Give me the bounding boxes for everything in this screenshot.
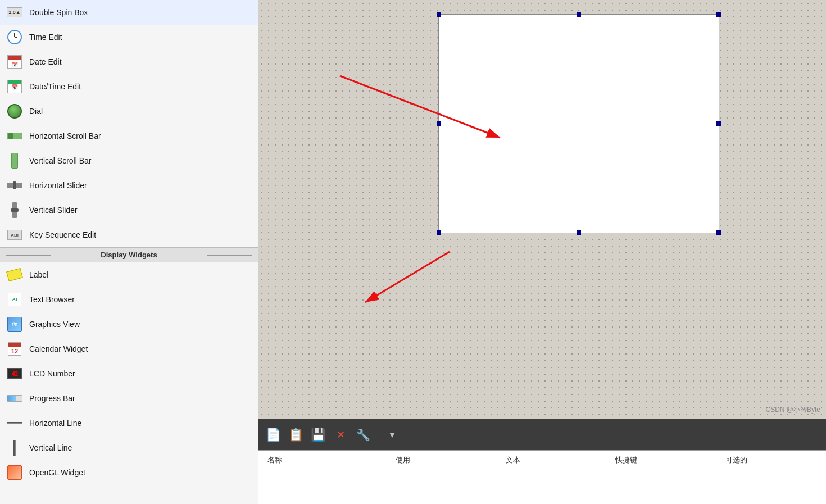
col-shortcut: 快捷键 [606,454,716,466]
close-button[interactable]: ✕ [330,425,351,445]
sidebar-item-vertical-slider[interactable]: Vertical Slider [0,198,258,223]
sidebar-item-opengl-widget[interactable]: OpenGL Widget [0,460,258,485]
double-spin-box-icon: 1.0▲ [6,3,24,21]
handle-mr[interactable] [716,121,721,126]
sidebar-item-double-spin-box[interactable]: 1.0▲ Double Spin Box [0,0,258,25]
bottom-toolbar: 📄 📋 💾 ✕ 🔧 ▼ [258,419,826,450]
vertical-line-icon [6,439,24,457]
dial-icon [6,102,24,120]
sidebar-item-vertical-scroll-bar[interactable]: Vertical Scroll Bar [0,148,258,173]
time-edit-label: Time Edit [29,33,62,42]
time-edit-icon [6,28,24,46]
text-browser-label: Text Browser [29,295,75,304]
graphics-view-icon: 🗺 [6,315,24,333]
col-use: 使用 [387,454,496,466]
handle-bm[interactable] [577,230,581,235]
horizontal-scroll-bar-label: Horizontal Scroll Bar [29,131,101,140]
new-button[interactable]: 📄 [263,425,283,445]
sidebar-item-graphics-view[interactable]: 🗺 Graphics View [0,312,258,337]
label-icon [6,266,24,284]
calendar-widget-icon: 12 [6,340,24,358]
handle-ml[interactable] [437,121,441,126]
double-spin-box-label: Double Spin Box [29,8,88,17]
progress-bar-label: Progress Bar [29,394,75,403]
dial-label: Dial [29,107,43,116]
graphics-view-label: Graphics View [29,320,80,329]
vertical-slider-icon [6,201,24,219]
vertical-line-label: Vertical Line [29,443,72,452]
horizontal-slider-icon [6,176,24,194]
key-sequence-edit-label: Key Sequence Edit [29,230,96,239]
date-edit-icon: 📅 [6,53,24,71]
selected-widget[interactable] [438,14,719,233]
sidebar-item-date-edit[interactable]: 📅 Date Edit [0,49,258,74]
sidebar-item-label[interactable]: Label [0,262,258,287]
sidebar-item-key-sequence-edit[interactable]: ABI Key Sequence Edit [0,223,258,247]
sidebar-item-time-edit[interactable]: Time Edit [0,25,258,49]
display-widgets-section: Display Widgets [0,247,258,262]
canvas-area[interactable]: CSDN @小智Byte [258,0,826,419]
col-text: 文本 [497,454,606,466]
calendar-widget-label: Calendar Widget [29,344,88,353]
sidebar-item-horizontal-scroll-bar[interactable]: Horizontal Scroll Bar [0,124,258,148]
sidebar-item-lcd-number[interactable]: 42 LCD Number [0,361,258,386]
sidebar-item-horizontal-slider[interactable]: Horizontal Slider [0,173,258,198]
handle-tr[interactable] [716,12,721,17]
lcd-number-label: LCD Number [29,369,75,378]
vertical-scroll-bar-label: Vertical Scroll Bar [29,156,91,165]
dropdown-button[interactable]: ▼ [382,425,402,445]
opengl-widget-label: OpenGL Widget [29,468,85,477]
sidebar-item-text-browser[interactable]: AI Text Browser [0,287,258,312]
text-browser-icon: AI [6,290,24,308]
horizontal-slider-label: Horizontal Slider [29,181,87,190]
key-sequence-edit-icon: ABI [6,226,24,244]
action-table: 名称 使用 文本 快捷键 可选的 [258,450,826,504]
sidebar-item-datetime-edit[interactable]: 📅 Date/Time Edit [0,74,258,99]
progress-bar-icon [6,389,24,407]
horizontal-line-icon [6,414,24,432]
date-edit-label: Date Edit [29,57,62,66]
open-button[interactable]: 📋 [285,425,306,445]
horizontal-line-label: Horizontal Line [29,419,81,428]
opengl-widget-icon [6,464,24,482]
vertical-slider-label: Vertical Slider [29,206,78,215]
sidebar-item-progress-bar[interactable]: Progress Bar [0,386,258,411]
label-label: Label [29,270,48,279]
lcd-number-icon: 42 [6,365,24,383]
sidebar-item-dial[interactable]: Dial [0,99,258,124]
col-name: 名称 [258,454,387,466]
col-optional: 可选的 [716,454,826,466]
sidebar-item-horizontal-line[interactable]: Horizontal Line [0,411,258,435]
handle-tl[interactable] [437,12,441,17]
save-button[interactable]: 💾 [308,425,328,445]
main-panel: CSDN @小智Byte 📄 📋 💾 ✕ 🔧 ▼ 名称 使用 文本 快捷键 [258,0,826,504]
datetime-edit-icon: 📅 [6,78,24,96]
sidebar-item-calendar-widget[interactable]: 12 Calendar Widget [0,337,258,361]
sidebar-item-vertical-line[interactable]: Vertical Line [0,435,258,460]
widget-sidebar: 1.0▲ Double Spin Box Time Edit 📅 Date Ed… [0,0,258,504]
horizontal-scroll-bar-icon [6,127,24,145]
handle-br[interactable] [716,230,721,235]
vertical-scroll-bar-icon [6,152,24,170]
datetime-edit-label: Date/Time Edit [29,82,81,91]
handle-tm[interactable] [577,12,581,17]
action-table-body [258,470,826,504]
settings-button[interactable]: 🔧 [353,425,373,445]
action-table-header: 名称 使用 文本 快捷键 可选的 [258,451,826,470]
handle-bl[interactable] [437,230,441,235]
